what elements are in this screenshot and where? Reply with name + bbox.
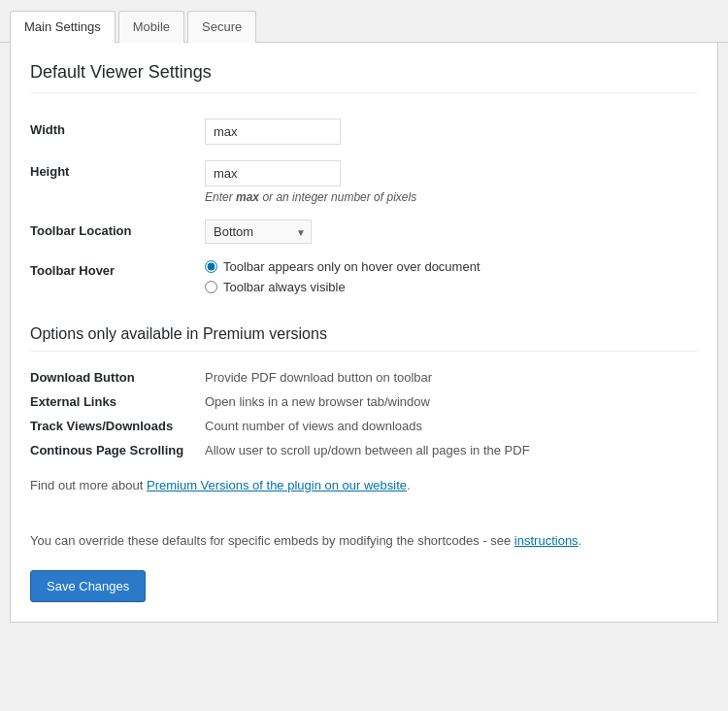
table-row: External Links Open links in a new brows…	[30, 389, 698, 414]
radio-always-option[interactable]: Toolbar always visible	[205, 280, 698, 294]
feature-scroll-label: Continous Page Scrolling	[30, 438, 205, 462]
width-field-cell	[205, 111, 698, 152]
instructions-link[interactable]: instructions	[514, 533, 579, 548]
premium-section: Options only available in Premium versio…	[30, 325, 698, 492]
tab-secure[interactable]: Secure	[187, 11, 256, 43]
section-title: Default Viewer Settings	[30, 62, 698, 93]
shortcode-text: You can override these defaults for spec…	[30, 533, 514, 548]
radio-always-label: Toolbar always visible	[223, 280, 346, 294]
main-content: Default Viewer Settings Width Height Ent…	[10, 43, 718, 623]
feature-download-label: Download Button	[30, 365, 205, 389]
tab-main-settings[interactable]: Main Settings	[10, 11, 116, 43]
spacer	[30, 492, 698, 508]
toolbar-hover-label: Toolbar Hover	[30, 252, 205, 302]
table-row: Track Views/Downloads Count number of vi…	[30, 414, 698, 438]
toolbar-location-select-wrapper: Bottom Top None ▼	[205, 220, 312, 244]
height-field-cell: Enter max or an integer number of pixels	[205, 152, 698, 212]
feature-links-desc: Open links in a new browser tab/window	[205, 389, 698, 414]
toolbar-location-select[interactable]: Bottom Top None	[205, 220, 312, 244]
radio-hover-input[interactable]	[205, 260, 217, 273]
radio-always-input[interactable]	[205, 281, 217, 293]
premium-notice-text: Find out more about	[30, 478, 147, 492]
toolbar-location-label: Toolbar Location	[30, 212, 205, 252]
premium-table: Download Button Provide PDF download but…	[30, 365, 698, 462]
toolbar-location-cell: Bottom Top None ▼	[205, 212, 698, 252]
height-hint: Enter max or an integer number of pixels	[205, 190, 698, 204]
feature-links-label: External Links	[30, 389, 205, 414]
tabs-container: Main Settings Mobile Secure	[0, 10, 728, 43]
feature-track-label: Track Views/Downloads	[30, 414, 205, 438]
page-wrapper: Main Settings Mobile Secure Default View…	[0, 0, 728, 711]
width-row: Width	[30, 111, 698, 152]
height-label: Height	[30, 152, 205, 212]
table-row: Download Button Provide PDF download but…	[30, 365, 698, 389]
feature-track-desc: Count number of views and downloads	[205, 414, 698, 438]
height-row: Height Enter max or an integer number of…	[30, 152, 698, 212]
toolbar-location-row: Toolbar Location Bottom Top None ▼	[30, 212, 698, 252]
tab-mobile[interactable]: Mobile	[118, 11, 184, 43]
premium-link[interactable]: Premium Versions of the plugin on our we…	[147, 478, 407, 492]
feature-scroll-desc: Allow user to scroll up/down between all…	[205, 438, 698, 462]
width-input[interactable]	[205, 118, 341, 145]
premium-notice: Find out more about Premium Versions of …	[30, 478, 698, 492]
width-label: Width	[30, 111, 205, 152]
feature-download-desc: Provide PDF download button on toolbar	[205, 365, 698, 389]
shortcode-end: .	[579, 533, 582, 548]
height-input[interactable]	[205, 160, 341, 186]
premium-title: Options only available in Premium versio…	[30, 325, 698, 352]
shortcode-notice: You can override these defaults for spec…	[30, 531, 698, 551]
toolbar-hover-radio-group: Toolbar appears only on hover over docum…	[205, 259, 698, 294]
toolbar-hover-row: Toolbar Hover Toolbar appears only on ho…	[30, 252, 698, 302]
save-changes-button[interactable]: Save Changes	[30, 570, 146, 602]
toolbar-hover-cell: Toolbar appears only on hover over docum…	[205, 252, 698, 302]
table-row: Continous Page Scrolling Allow user to s…	[30, 438, 698, 462]
radio-hover-label: Toolbar appears only on hover over docum…	[223, 259, 480, 274]
radio-hover-option[interactable]: Toolbar appears only on hover over docum…	[205, 259, 698, 274]
settings-form: Width Height Enter max or an integer num…	[30, 111, 698, 302]
premium-notice-end: .	[407, 478, 411, 492]
